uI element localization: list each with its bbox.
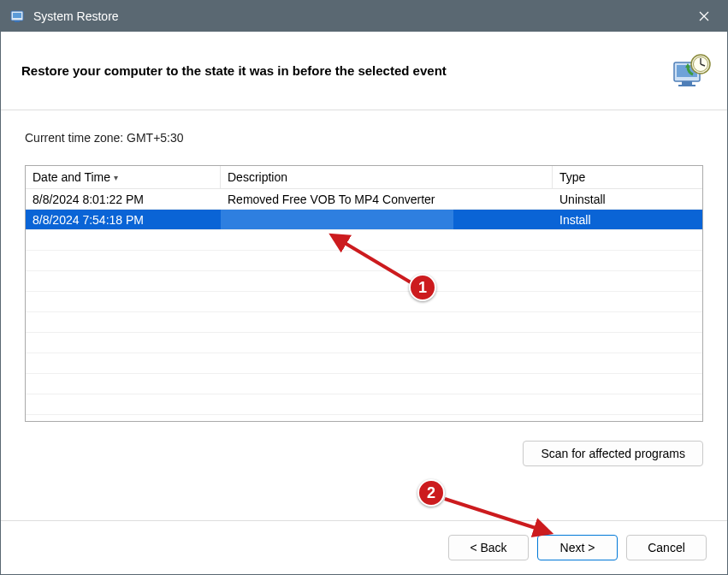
svg-rect-7 xyxy=(682,81,692,85)
table-row-empty xyxy=(26,251,702,271)
table-row-empty xyxy=(26,312,702,333)
page-heading: Restore your computer to the state it wa… xyxy=(21,63,671,78)
column-header-description[interactable]: Description xyxy=(221,166,553,188)
table-row[interactable]: 8/8/2024 8:01:22 PMRemoved Free VOB To M… xyxy=(26,189,702,210)
system-restore-icon xyxy=(9,8,27,25)
cancel-button[interactable]: Cancel xyxy=(626,535,707,560)
cell-description: Removed Free VOB To MP4 Converter xyxy=(221,189,553,209)
window-title: System Restore xyxy=(33,9,684,23)
column-label: Type xyxy=(559,170,585,184)
table-row-empty xyxy=(26,292,702,312)
back-button[interactable]: < Back xyxy=(448,535,529,560)
sort-descending-icon: ▾ xyxy=(114,173,118,182)
cell-date: 8/8/2024 7:54:18 PM xyxy=(26,210,221,229)
table-row-empty xyxy=(26,353,702,374)
column-header-date[interactable]: Date and Time ▾ xyxy=(26,166,221,188)
scan-affected-button[interactable]: Scan for affected programs xyxy=(523,441,703,466)
table-row-empty xyxy=(26,230,702,251)
svg-rect-8 xyxy=(678,85,695,86)
svg-rect-1 xyxy=(13,13,21,18)
cell-description xyxy=(221,210,553,229)
column-label: Description xyxy=(228,170,287,184)
titlebar: System Restore xyxy=(1,1,727,32)
cell-date: 8/8/2024 8:01:22 PM xyxy=(26,189,221,209)
system-restore-window: System Restore Restore your computer to … xyxy=(0,0,728,575)
next-button[interactable]: Next > xyxy=(537,535,618,560)
restore-points-table: Date and Time ▾ Description Type 8/8/202… xyxy=(25,165,703,422)
table-body: 8/8/2024 8:01:22 PMRemoved Free VOB To M… xyxy=(26,189,702,415)
table-row-empty xyxy=(26,374,702,394)
table-header: Date and Time ▾ Description Type xyxy=(26,166,702,189)
column-header-type[interactable]: Type xyxy=(553,166,702,188)
actions-row: Scan for affected programs xyxy=(25,441,703,466)
close-icon xyxy=(699,11,709,21)
timezone-label: Current time zone: GMT+5:30 xyxy=(25,131,703,145)
close-button[interactable] xyxy=(684,1,724,32)
table-row-empty xyxy=(26,394,702,415)
cell-type: Uninstall xyxy=(553,189,702,209)
header-section: Restore your computer to the state it wa… xyxy=(1,32,727,110)
footer-buttons: < Back Next > Cancel xyxy=(1,520,727,574)
cell-type: Install xyxy=(553,210,702,229)
table-row-empty xyxy=(26,271,702,292)
table-row[interactable]: 8/8/2024 7:54:18 PMInstall xyxy=(26,210,702,230)
body-section: Current time zone: GMT+5:30 Date and Tim… xyxy=(1,110,727,520)
table-row-empty xyxy=(26,333,702,353)
column-label: Date and Time xyxy=(33,170,110,184)
svg-rect-2 xyxy=(15,21,20,22)
restore-clock-icon xyxy=(671,50,712,92)
